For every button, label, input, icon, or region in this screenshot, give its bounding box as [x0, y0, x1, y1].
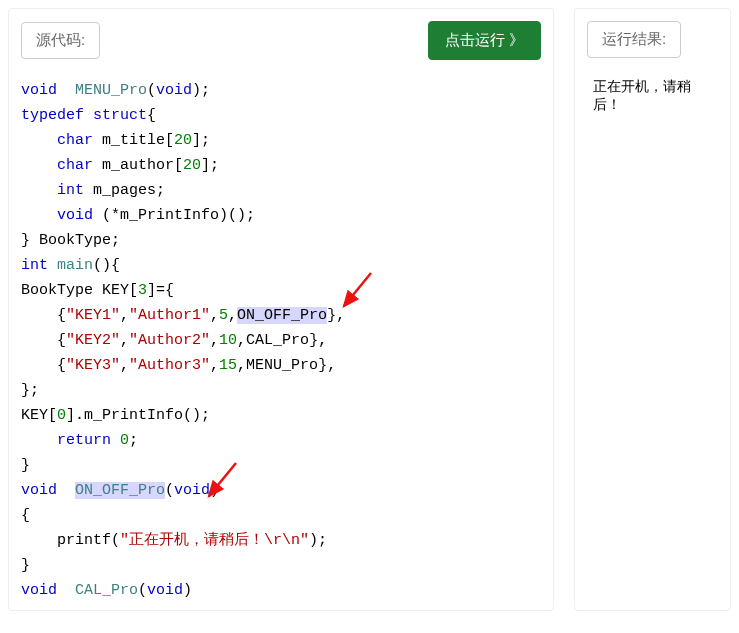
code-editor-container: void MENU_Pro(void); typedef struct{ cha… [21, 78, 541, 598]
source-code-panel: 源代码: 点击运行 》 void MENU_Pro(void); typedef… [8, 8, 554, 611]
program-output: 正在开机，请稍后！ [587, 78, 718, 114]
source-code-label-button[interactable]: 源代码: [21, 22, 100, 59]
code-scroll-area[interactable]: void MENU_Pro(void); typedef struct{ cha… [21, 78, 541, 598]
result-panel: 运行结果: 正在开机，请稍后！ [574, 8, 731, 611]
highlight-on-off-pro-def: ON_OFF_Pro [75, 482, 165, 499]
run-button[interactable]: 点击运行 》 [428, 21, 541, 60]
panel-header: 源代码: 点击运行 》 [21, 21, 541, 60]
source-code[interactable]: void MENU_Pro(void); typedef struct{ cha… [21, 78, 541, 598]
result-label-button[interactable]: 运行结果: [587, 21, 681, 58]
highlight-on-off-pro-usage: ON_OFF_Pro [237, 307, 327, 324]
